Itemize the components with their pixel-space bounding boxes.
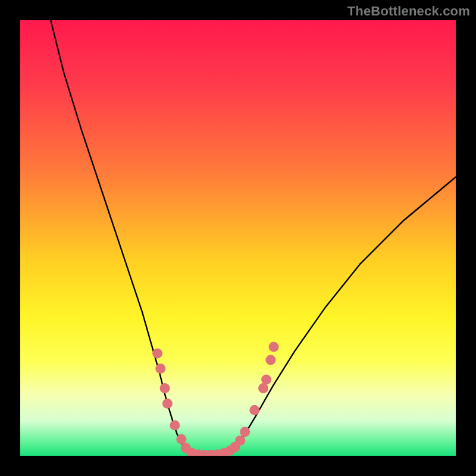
marker-dot	[170, 420, 180, 430]
gradient-background	[20, 20, 456, 456]
marker-dot	[152, 348, 162, 358]
marker-dot	[235, 436, 245, 446]
marker-dot	[176, 434, 186, 444]
marker-dot	[265, 355, 275, 365]
marker-dot	[162, 399, 173, 409]
marker-dot	[155, 364, 165, 374]
marker-dot	[261, 374, 271, 384]
marker-dot	[160, 383, 170, 393]
chart-svg	[20, 20, 456, 456]
plot-area	[20, 20, 456, 456]
marker-dot	[240, 427, 250, 437]
marker-dot	[249, 405, 259, 415]
outer-frame: TheBottleneck.com	[0, 0, 476, 476]
marker-dot	[269, 342, 279, 352]
watermark-text: TheBottleneck.com	[347, 4, 470, 19]
marker-dot	[258, 383, 268, 393]
